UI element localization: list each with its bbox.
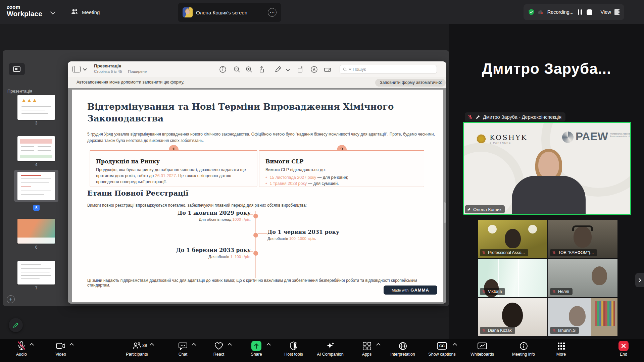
mic-muted-icon: [552, 251, 556, 255]
security-shield-icon[interactable]: [528, 8, 534, 16]
participant-tile[interactable]: ТОВ "КАНФОМ"(...: [548, 220, 617, 258]
tab-meeting[interactable]: Meeting: [70, 6, 100, 18]
page-thumbnail-4[interactable]: [17, 136, 55, 161]
zoom-out-icon[interactable]: [233, 65, 241, 73]
page-thumbnail-3[interactable]: [17, 95, 55, 120]
form-fill-icon[interactable]: [324, 65, 332, 73]
add-page-button[interactable]: +: [7, 295, 15, 303]
sidebar-toggle-icon[interactable]: [72, 66, 81, 72]
logo-line1: zoom: [7, 4, 42, 10]
info-icon[interactable]: [219, 65, 227, 73]
share-button[interactable]: Share: [236, 340, 277, 357]
ai-sparkle-icon: [326, 341, 335, 351]
made-with-gamma-badge[interactable]: Made with GAMMA: [384, 286, 437, 295]
meeting-info-button[interactable]: Meeting info: [503, 340, 544, 357]
show-captions-button[interactable]: CC Show captions: [422, 340, 462, 357]
search-icon: [343, 67, 347, 72]
scrollbar-thumb[interactable]: [444, 202, 446, 223]
chevron-right-icon: [637, 278, 641, 282]
more-grid-icon: [558, 343, 565, 350]
presenter-view-button[interactable]: [9, 63, 25, 75]
preview-toolbar: Презентація Сторінка 5 із 45 — Поширене …: [68, 61, 446, 77]
whiteboards-button[interactable]: Whiteboards: [462, 340, 502, 357]
people-icon: [70, 8, 79, 16]
speaker-name-label: Олена Кошик: [465, 205, 505, 213]
stop-recording-button[interactable]: [586, 8, 592, 16]
react-button[interactable]: React: [199, 340, 239, 357]
close-icon[interactable]: ✕: [438, 80, 442, 85]
sidebar-title: Презентація: [7, 89, 32, 94]
top-bar: zoom Workplace Meeting Олена Кошик's scr…: [0, 0, 644, 24]
info-icon: [519, 342, 528, 351]
tab-shared-screen[interactable]: Олена Кошик's screen ⋯: [178, 3, 281, 22]
active-speaker-big-name: Дмитро Заруба...: [449, 60, 644, 77]
end-button[interactable]: End: [603, 340, 644, 357]
ai-companion-button[interactable]: AI Companion: [310, 340, 350, 357]
chevron-down-icon[interactable]: [286, 67, 290, 71]
participants-button[interactable]: 38 Participants: [117, 340, 157, 357]
zoom-meeting-window: zoom Workplace Meeting Олена Кошик's scr…: [0, 0, 644, 362]
page-thumbnail-6[interactable]: [17, 219, 55, 244]
pinned-speaker-name: Дмитро Заруба - Держекоінспекція: [483, 114, 561, 120]
speaker-silhouette: [512, 176, 586, 215]
chat-button[interactable]: Chat: [163, 340, 203, 357]
autofill-banner-text: Автозаповнення може допомогти заповнити …: [77, 80, 184, 85]
participant-tile[interactable]: Неллі: [548, 259, 617, 297]
end-meeting-icon: [618, 341, 629, 351]
page-thumbnail-7[interactable]: [17, 261, 55, 285]
autofill-banner: Автозаповнення може допомогти заповнити …: [68, 77, 446, 88]
search-input[interactable]: Пошук: [340, 65, 437, 74]
video-button[interactable]: Video: [41, 340, 81, 357]
logo-line2: Workplace: [7, 10, 42, 18]
chevron-down-icon[interactable]: [50, 9, 56, 15]
interpretation-button[interactable]: Interpretation: [383, 340, 423, 357]
markup-pencil-icon[interactable]: [274, 65, 282, 73]
recording-label: Recording...: [547, 9, 574, 15]
card-lead: Вимоги CLP відкладаються до:: [265, 167, 418, 173]
highlight-marker-icon[interactable]: [310, 65, 318, 73]
page-number: 3: [17, 121, 55, 125]
autofill-button[interactable]: Заповнити форму автоматично: [375, 79, 446, 87]
main-video-olena-koshyk[interactable]: KOSHYK & PARTNERS PAEW Professional Asso…: [463, 122, 631, 215]
participant-tile[interactable]: Viktoria: [478, 259, 547, 297]
card-text: Продукцію, яка була на ринку до набрання…: [96, 167, 251, 185]
slide-intro: 5 грудня Уряд ухвалив відтермінування вп…: [87, 131, 436, 144]
participant-tile[interactable]: Professional Asso...: [478, 220, 547, 258]
timeline-item-2031: До 1 червня 2031 року Для обсягів 100–10…: [267, 229, 339, 241]
stages-heading: Етапи Повної Реєстрації: [87, 189, 188, 197]
zoom-in-icon[interactable]: [245, 65, 253, 73]
slide-title: Відтермінування та Нові Терміни Впровадж…: [87, 101, 419, 124]
host-tools-button[interactable]: Host tools: [274, 340, 314, 357]
view-button-label[interactable]: View: [601, 9, 611, 15]
page-number: 4: [17, 162, 55, 167]
card-title: Продукція на Ринку: [96, 158, 251, 165]
panel-expand-button[interactable]: [635, 273, 644, 287]
tab-options-ellipsis-icon[interactable]: ⋯: [268, 8, 277, 17]
avatar: [183, 7, 193, 17]
participant-name-label: ТОВ "КАНФОМ"(...: [550, 249, 597, 256]
apps-button[interactable]: Apps: [347, 340, 387, 357]
pause-recording-button[interactable]: [577, 8, 583, 16]
more-button[interactable]: More: [541, 340, 581, 357]
globe-icon: [398, 342, 407, 351]
participant-tile[interactable]: Diana Kozak: [478, 298, 547, 336]
audio-button[interactable]: Audio: [1, 340, 42, 357]
card-clp-requirements: Вимоги CLP Вимоги CLP відкладаються до: …: [259, 150, 424, 187]
share-export-icon[interactable]: [258, 65, 266, 73]
whiteboard-icon: [477, 342, 487, 350]
view-layout-icon[interactable]: [614, 9, 620, 15]
participant-tile[interactable]: Ishunin.S: [548, 298, 617, 336]
share-screen-icon: [251, 341, 261, 351]
zoom-workplace-logo: zoom Workplace: [7, 4, 42, 18]
participants-icon: [132, 342, 142, 350]
highlight-date: 26.01.2027: [155, 173, 176, 178]
timeline-dot: [253, 251, 258, 256]
page-thumbnail-5-selected[interactable]: [14, 170, 58, 202]
meeting-toolbar: Audio Video 38 Participants Chat React: [0, 339, 644, 362]
rotate-icon[interactable]: [296, 65, 304, 73]
preview-app-window: Презентація Сторінка 5 із 45 — Поширене …: [68, 61, 446, 304]
annotation-pencil-button[interactable]: [9, 318, 23, 332]
chevron-down-icon[interactable]: [83, 67, 87, 70]
koshyk-logo: KOSHYK & PARTNERS: [476, 134, 528, 144]
document-subtitle: Сторінка 5 із 45 — Поширене: [94, 69, 147, 73]
